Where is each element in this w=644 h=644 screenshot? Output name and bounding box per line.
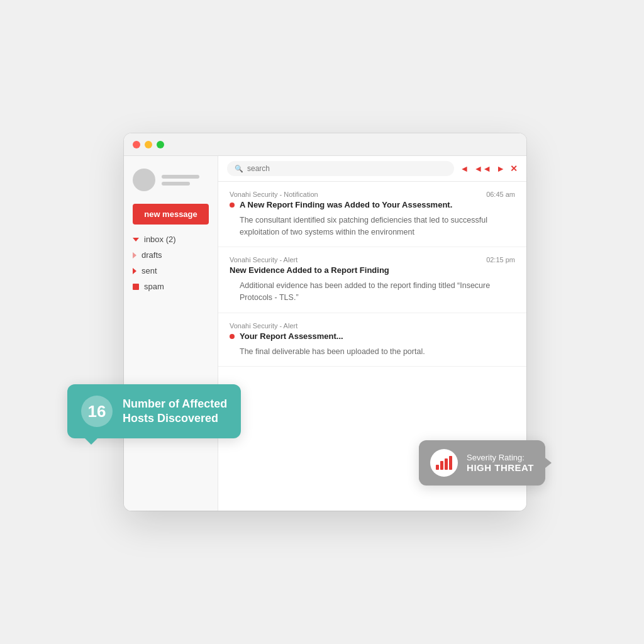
search-icon: 🔍 <box>235 165 243 173</box>
severity-label: Severity Rating: <box>467 453 534 462</box>
nav-inbox-label: inbox (2) <box>144 235 176 244</box>
toolbar-icons: ◄ ◄◄ ► ✕ <box>460 164 518 174</box>
message-header: Vonahi Security - Alert 02:15 pm <box>230 256 515 264</box>
message-title-row: New Evidence Added to a Report Finding <box>230 265 515 276</box>
bar-4 <box>449 456 452 470</box>
spam-dot-icon <box>133 284 139 290</box>
sidebar-profile <box>133 169 209 191</box>
profile-lines <box>162 175 199 186</box>
title-bar <box>124 133 526 156</box>
nav-item-spam[interactable]: spam <box>133 282 209 291</box>
severity-value: HIGH THREAT <box>467 462 534 473</box>
nav-drafts-label: drafts <box>142 250 162 260</box>
new-message-button[interactable]: new message <box>133 204 209 225</box>
message-preview: Additional evidence has been added to th… <box>230 280 515 304</box>
nav-items: inbox (2) drafts sent spam <box>133 235 209 291</box>
nav-item-drafts[interactable]: drafts <box>133 250 209 260</box>
teal-notification-bubble: 16 Number of Affected Hosts Discovered <box>67 384 241 438</box>
unread-dot <box>230 334 235 339</box>
sidebar: new message inbox (2) drafts sent <box>124 156 218 511</box>
search-input-wrap: 🔍 <box>227 161 454 176</box>
bar-1 <box>436 465 439 470</box>
severity-text: Severity Rating: HIGH THREAT <box>467 453 534 473</box>
message-title: New Evidence Added to a Report Finding <box>230 265 389 276</box>
affected-hosts-number: 16 <box>81 396 113 427</box>
profile-line-1 <box>162 175 199 179</box>
prev-prev-icon[interactable]: ◄◄ <box>474 164 491 174</box>
nav-item-inbox[interactable]: inbox (2) <box>133 235 209 244</box>
message-preview: The final deliverable has been uploaded … <box>230 346 515 358</box>
avatar <box>133 169 155 191</box>
message-header: Vonahi Security - Notification 06:45 am <box>230 191 515 198</box>
nav-sent-label: sent <box>142 266 157 275</box>
message-item[interactable]: Vonahi Security - Notification 06:45 am … <box>218 182 526 247</box>
message-item[interactable]: Vonahi Security - Alert 02:15 pm New Evi… <box>218 247 526 313</box>
search-bar: 🔍 ◄ ◄◄ ► ✕ <box>218 156 526 182</box>
message-time: 06:45 am <box>486 191 515 198</box>
unread-dot <box>230 203 235 208</box>
traffic-light-yellow[interactable] <box>145 141 152 148</box>
severity-bubble: Severity Rating: HIGH THREAT <box>419 440 545 486</box>
traffic-light-red[interactable] <box>133 141 140 148</box>
nav-spam-label: spam <box>144 282 164 291</box>
severity-icon-circle <box>430 449 458 477</box>
message-sender: Vonahi Security - Alert <box>230 322 297 330</box>
message-item[interactable]: Vonahi Security - Alert Your Report Asse… <box>218 313 526 367</box>
bar-chart-icon <box>436 456 452 470</box>
arrow-right-outline-icon <box>133 252 136 258</box>
message-time: 02:15 pm <box>486 256 515 264</box>
message-title-row: Your Report Assessment... <box>230 331 515 342</box>
traffic-lights <box>133 141 164 148</box>
message-header: Vonahi Security - Alert <box>230 322 515 330</box>
arrow-right-solid-icon <box>133 268 136 274</box>
message-title: Your Report Assessment... <box>240 331 343 342</box>
affected-hosts-text: Number of Affected Hosts Discovered <box>123 397 227 426</box>
prev-icon[interactable]: ◄ <box>460 164 469 174</box>
next-icon[interactable]: ► <box>496 164 505 174</box>
close-icon[interactable]: ✕ <box>510 164 518 174</box>
nav-item-sent[interactable]: sent <box>133 266 209 275</box>
message-sender: Vonahi Security - Alert <box>230 256 297 264</box>
message-title-row: A New Report Finding was Added to Your A… <box>230 200 515 211</box>
message-title: A New Report Finding was Added to Your A… <box>240 200 452 211</box>
search-input[interactable] <box>247 164 447 173</box>
profile-line-2 <box>162 182 190 186</box>
arrow-down-icon <box>133 238 139 242</box>
bar-2 <box>440 461 443 470</box>
bar-3 <box>445 458 448 470</box>
message-sender: Vonahi Security - Notification <box>230 191 318 198</box>
message-preview: The consultant identified six patching d… <box>230 214 515 238</box>
traffic-light-green[interactable] <box>157 141 164 148</box>
